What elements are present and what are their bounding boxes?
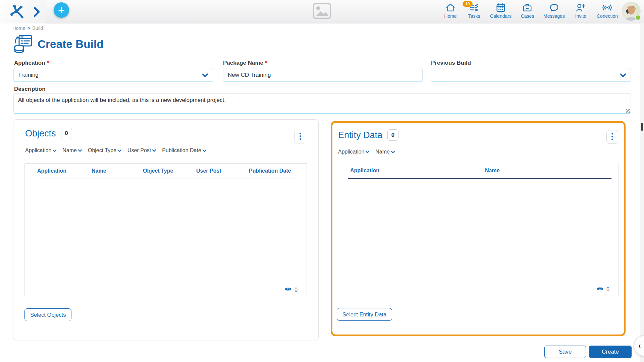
nav-item-label: Calendars bbox=[490, 13, 512, 19]
nav-item-calendars[interactable]: Calendars bbox=[490, 3, 512, 19]
breadcrumb-home[interactable]: Home bbox=[12, 25, 25, 31]
filter-label: Application bbox=[338, 149, 364, 155]
entity-data-panel: Entity Data 0 ApplicationName Applicatio… bbox=[331, 121, 626, 336]
chevron-down-icon bbox=[391, 149, 395, 155]
column-header-name[interactable]: Name bbox=[485, 168, 500, 174]
objects-panel: Objects 0 ApplicationNameObject TypeUser… bbox=[13, 119, 319, 340]
breadcrumb: Home>Build bbox=[12, 25, 43, 31]
title-row: Create Build bbox=[13, 35, 104, 54]
kebab-icon bbox=[299, 132, 302, 141]
nav-item-conection[interactable]: Conection bbox=[597, 3, 618, 19]
filter-application[interactable]: Application bbox=[25, 147, 57, 154]
chevron-down-icon bbox=[202, 147, 207, 154]
tasks-icon: 10 bbox=[469, 3, 479, 13]
nav-item-label: Tasks bbox=[468, 13, 480, 19]
column-header-application[interactable]: Application bbox=[37, 168, 66, 174]
nav-item-label: Invite bbox=[575, 13, 586, 19]
application-label: Application* bbox=[14, 60, 49, 66]
logo-area bbox=[0, 0, 46, 23]
briefcase-icon bbox=[522, 3, 532, 13]
filter-publication-date[interactable]: Publication Date bbox=[162, 147, 207, 154]
objects-panel-title: Objects bbox=[25, 128, 56, 139]
column-header-user-post[interactable]: User Post bbox=[196, 168, 221, 174]
top-navigation: Home10TasksCalendarsCasesMessagesInviteC… bbox=[443, 3, 618, 22]
calendar-icon bbox=[496, 3, 506, 13]
user-avatar[interactable] bbox=[622, 2, 641, 21]
entity-menu-button[interactable] bbox=[606, 130, 618, 144]
app-logo-icon bbox=[9, 4, 25, 20]
entity-table: ApplicationName 0 bbox=[337, 163, 619, 296]
package-name-label: Package Name* bbox=[223, 60, 267, 66]
nav-item-tasks[interactable]: 10Tasks bbox=[467, 3, 482, 19]
objects-table: ApplicationNameObject TypeUser PostPubli… bbox=[24, 163, 307, 296]
previous-build-select[interactable] bbox=[431, 68, 631, 82]
save-button[interactable]: Save bbox=[544, 346, 586, 358]
entity-panel-header: Entity Data 0 bbox=[338, 129, 398, 141]
column-header-application[interactable]: Application bbox=[350, 168, 379, 174]
scrollbar-track[interactable] bbox=[640, 24, 644, 362]
entity-visible-count-value: 0 bbox=[606, 287, 609, 293]
tasks-badge: 10 bbox=[463, 1, 473, 7]
entity-filters: ApplicationName bbox=[338, 149, 395, 155]
collapse-panel-button[interactable]: ‹ bbox=[634, 336, 644, 356]
nav-item-messages[interactable]: Messages bbox=[543, 3, 565, 19]
objects-panel-header: Objects 0 bbox=[25, 128, 72, 139]
application-select-value: Training bbox=[18, 72, 39, 78]
chat-icon bbox=[549, 3, 559, 13]
select-objects-button[interactable]: Select Objects bbox=[24, 308, 71, 321]
breadcrumb-separator: > bbox=[28, 25, 30, 31]
scrollbar-thumb[interactable] bbox=[641, 123, 643, 131]
filter-user-post[interactable]: User Post bbox=[127, 147, 156, 154]
objects-header-underline bbox=[36, 179, 300, 179]
sidebar-expand-chevron-icon[interactable] bbox=[33, 7, 40, 16]
nav-item-cases[interactable]: Cases bbox=[520, 3, 535, 19]
nav-item-label: Cases bbox=[521, 13, 534, 19]
eye-icon bbox=[596, 286, 604, 293]
filter-label: User Post bbox=[127, 147, 151, 154]
build-icon bbox=[13, 35, 33, 54]
filter-name[interactable]: Name bbox=[62, 147, 82, 154]
column-header-name[interactable]: Name bbox=[92, 168, 106, 174]
previous-build-label: Previous Build bbox=[431, 60, 471, 66]
create-button[interactable]: Create bbox=[589, 346, 632, 358]
nav-item-home[interactable]: Home bbox=[443, 3, 458, 19]
filter-label: Publication Date bbox=[162, 147, 201, 154]
nav-item-invite[interactable]: Invite bbox=[573, 3, 588, 19]
objects-menu-button[interactable] bbox=[294, 130, 306, 143]
kebab-icon bbox=[611, 133, 613, 141]
chevron-down-icon bbox=[78, 147, 82, 154]
add-new-button[interactable]: + bbox=[54, 2, 69, 18]
objects-visible-count[interactable]: 0 bbox=[284, 287, 298, 293]
filter-object-type[interactable]: Object Type bbox=[88, 147, 122, 154]
breadcrumb-build[interactable]: Build bbox=[32, 25, 43, 31]
column-header-object-type[interactable]: Object Type bbox=[143, 168, 173, 174]
select-entity-data-button[interactable]: Select Entity Data bbox=[337, 308, 392, 321]
chevron-down-icon bbox=[52, 147, 57, 154]
entity-header-underline bbox=[348, 178, 611, 179]
entity-visible-count[interactable]: 0 bbox=[596, 286, 609, 293]
filter-label: Application bbox=[25, 147, 51, 154]
entity-count-badge: 0 bbox=[387, 129, 398, 141]
column-header-publication-date[interactable]: Publication Date bbox=[249, 168, 291, 174]
chevron-down-icon bbox=[365, 149, 370, 155]
nav-item-label: Home bbox=[444, 13, 457, 19]
page-title: Create Build bbox=[38, 38, 104, 51]
entity-panel-title: Entity Data bbox=[338, 130, 382, 140]
objects-visible-count-value: 0 bbox=[294, 287, 298, 293]
required-asterisk: * bbox=[265, 60, 267, 66]
signal-icon bbox=[602, 3, 612, 13]
required-asterisk: * bbox=[47, 60, 49, 66]
filter-label: Name bbox=[375, 149, 390, 155]
create-build-screen: + Home10TasksCalendarsCasesMessagesInvit… bbox=[0, 0, 644, 362]
filter-label: Name bbox=[62, 147, 77, 154]
package-name-input[interactable] bbox=[223, 68, 423, 82]
objects-filters: ApplicationNameObject TypeUser PostPubli… bbox=[25, 147, 207, 154]
application-select[interactable]: Training bbox=[13, 68, 213, 82]
filter-application[interactable]: Application bbox=[338, 149, 370, 155]
topbar: + Home10TasksCalendarsCasesMessagesInvit… bbox=[0, 0, 644, 23]
description-textarea[interactable]: All objects of the application will be i… bbox=[13, 93, 631, 114]
chevron-down-icon bbox=[152, 147, 156, 154]
invite-icon bbox=[576, 3, 586, 13]
filter-name[interactable]: Name bbox=[375, 149, 395, 155]
description-label: Description bbox=[14, 86, 46, 93]
